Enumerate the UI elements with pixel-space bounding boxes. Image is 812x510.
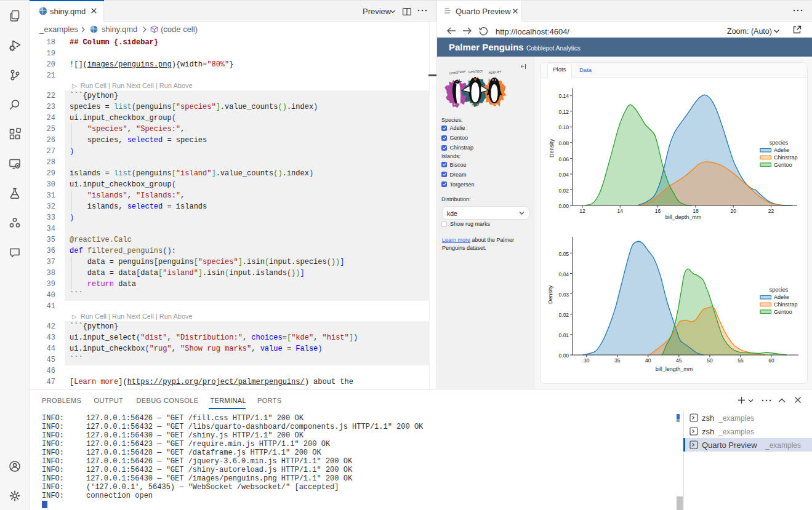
svg-text:0.04: 0.04 [559,271,569,277]
svg-text:Density: Density [547,285,553,304]
svg-text:Chinstrap: Chinstrap [774,301,798,308]
svg-text:0.10: 0.10 [558,124,569,130]
svg-text:14: 14 [617,208,624,214]
svg-text:0.04: 0.04 [558,172,569,178]
svg-text:0.03: 0.03 [559,292,569,298]
svg-text:Adelie: Adelie [774,147,789,153]
svg-text:0.00: 0.00 [559,353,569,359]
svg-text:55: 55 [738,357,744,364]
svg-text:18: 18 [693,208,699,214]
svg-text:ADELIE!!: ADELIE!! [488,70,502,74]
svg-text:0.02: 0.02 [558,188,569,194]
svg-text:0.06: 0.06 [558,156,569,162]
svg-text:30: 30 [584,357,590,364]
svg-text:Density: Density [549,138,555,157]
svg-text:60: 60 [768,357,774,364]
svg-text:GENTOO!: GENTOO! [468,70,483,74]
svg-text:Gentoo: Gentoo [774,162,792,168]
svg-text:50: 50 [707,357,713,364]
svg-text:0.08: 0.08 [558,140,569,146]
svg-text:12: 12 [579,208,585,214]
svg-text:0.14: 0.14 [558,93,569,99]
svg-text:bill_length_mm: bill_length_mm [656,366,693,372]
svg-text:Chinstrap: Chinstrap [774,154,798,161]
svg-text:16: 16 [655,208,661,214]
svg-text:0.12: 0.12 [558,109,569,115]
svg-text:45: 45 [676,357,682,364]
svg-text:Adelie: Adelie [774,294,789,300]
svg-text:22: 22 [768,208,774,214]
svg-text:35: 35 [614,357,621,364]
svg-text:bill_depth_mm: bill_depth_mm [665,214,702,220]
svg-text:0.05: 0.05 [559,251,569,257]
svg-text:species: species [770,287,789,293]
svg-text:Gentoo: Gentoo [774,309,792,315]
svg-text:0.02: 0.02 [559,312,569,318]
svg-text:20: 20 [730,208,736,214]
svg-text:CHINSTRAP: CHINSTRAP [449,70,467,75]
svg-text:0.01: 0.01 [559,332,569,338]
svg-text:species: species [770,140,789,146]
svg-text:40: 40 [645,357,651,364]
svg-text:0.00: 0.00 [558,203,569,209]
